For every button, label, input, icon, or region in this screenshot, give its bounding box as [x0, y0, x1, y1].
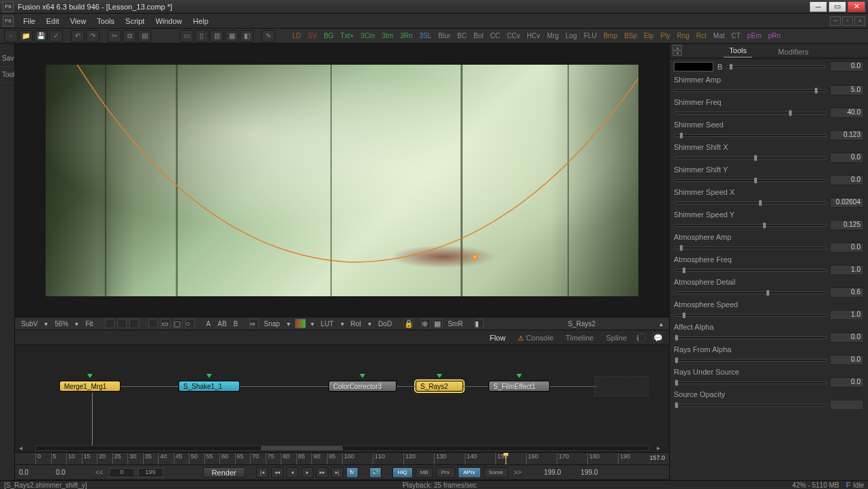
tool-tab-3sl[interactable]: 3SL	[416, 31, 434, 41]
playhead[interactable]	[506, 453, 506, 464]
prop-slider[interactable]	[674, 224, 827, 227]
tool-tab-ct[interactable]: CT	[728, 31, 743, 41]
menu-help[interactable]: Help	[187, 16, 214, 27]
open-icon[interactable]: 📁	[19, 30, 33, 42]
copy-icon[interactable]: ⧉	[123, 30, 136, 42]
tab-tools[interactable]: Tools	[724, 44, 752, 58]
brush-icon[interactable]: ✎	[262, 30, 275, 42]
prop-slider[interactable]	[674, 314, 827, 317]
audio-icon[interactable]: 🔊	[369, 467, 382, 478]
tab-flow[interactable]: Flow	[487, 332, 508, 343]
paste-icon[interactable]: ▤	[138, 30, 151, 42]
prop-value[interactable]: 0.0	[830, 175, 864, 185]
snap-button[interactable]: Snap	[262, 320, 281, 328]
some-button[interactable]: Some	[484, 467, 508, 478]
prop-value[interactable]: 0.0	[830, 377, 864, 388]
prop-slider[interactable]	[674, 179, 827, 182]
tool-tab-log[interactable]: Log	[563, 31, 580, 41]
tool-tab-elp[interactable]: Elp	[641, 31, 656, 41]
prop-value[interactable]: 0.123	[830, 130, 864, 140]
undo-icon[interactable]: ↶	[71, 30, 84, 42]
maximize-button[interactable]: ▭	[828, 1, 846, 12]
new-icon[interactable]: ▫	[4, 30, 18, 42]
collapse-icon[interactable]: ▴	[657, 320, 665, 328]
menu-tools[interactable]: Tools	[91, 16, 120, 27]
prop-slider[interactable]	[674, 89, 827, 92]
tool-tab-bsp[interactable]: BSp	[621, 31, 640, 41]
range-in-chevron[interactable]: <<	[93, 469, 106, 476]
go-end-icon[interactable]: ▸|	[331, 467, 343, 478]
tab-console[interactable]: Console	[515, 332, 556, 343]
play-icon[interactable]: ▸	[301, 467, 313, 478]
close-button[interactable]: ✕	[848, 1, 865, 12]
tool-tab-pem[interactable]: pEm	[745, 31, 764, 41]
flow-area[interactable]: Merge1_Mrg1S_Shake1_1ColorCorrector3S_Ra…	[15, 345, 669, 453]
color-red[interactable]	[295, 319, 306, 328]
viewer[interactable]	[15, 44, 669, 317]
prop-value[interactable]: 1.0	[830, 310, 864, 320]
tool-tab-flu[interactable]: FLU	[581, 31, 600, 41]
out-frame[interactable]: 199	[138, 468, 164, 477]
go-start-icon[interactable]: |◂	[256, 467, 268, 478]
tool-tab-mat[interactable]: Mat	[711, 31, 728, 41]
a-button[interactable]: A	[204, 320, 213, 328]
tool-tab-bg[interactable]: BG	[321, 31, 336, 41]
tool-tab-bmp[interactable]: Bmp	[601, 31, 621, 41]
step-back-icon[interactable]: ◂◂	[271, 467, 283, 478]
tool-tab-sv[interactable]: SV	[305, 31, 320, 41]
b-button[interactable]: B	[232, 320, 241, 328]
tool-tab-ccv[interactable]: CCv	[504, 31, 523, 41]
tool-tab-mrg[interactable]: Mrg	[544, 31, 561, 41]
checker-icon[interactable]	[129, 319, 139, 328]
layout-4-icon[interactable]: ▦	[225, 30, 238, 42]
range-out-chevron[interactable]: >>	[511, 469, 525, 476]
prop-slider[interactable]	[674, 134, 827, 137]
prop-slider[interactable]	[674, 157, 827, 159]
grid-icon[interactable]: ▦	[433, 319, 443, 328]
fit-button[interactable]: Fit	[83, 320, 95, 328]
prop-slider[interactable]	[674, 291, 827, 294]
tool-tab-txt+[interactable]: Txt+	[338, 31, 357, 41]
prop-slider[interactable]	[674, 381, 827, 384]
info-icon[interactable]: i	[636, 333, 646, 343]
child-restore-button[interactable]: ▫	[842, 16, 853, 26]
menu-edit[interactable]: Edit	[41, 16, 65, 27]
in-frame[interactable]: 0	[109, 468, 135, 477]
prx-button[interactable]: Prx	[436, 467, 455, 478]
sidebar-tab-tool[interactable]: Tool	[0, 67, 14, 83]
flow-node-merge1_mrg1[interactable]: Merge1_Mrg1	[59, 381, 121, 392]
save-icon[interactable]: 💾	[34, 30, 48, 42]
flow-scroll-right-icon[interactable]: ▸	[657, 444, 665, 452]
tool-tab-rct[interactable]: Rct	[694, 31, 709, 41]
play-back-icon[interactable]: ◂	[286, 467, 298, 478]
tool-tab-3rn[interactable]: 3Rn	[397, 31, 415, 41]
cut-icon[interactable]: ✂	[108, 30, 121, 42]
sidebar-tab-sav[interactable]: Sav	[0, 50, 14, 67]
flow-node-s_rays2[interactable]: S_Rays2	[416, 381, 463, 392]
tool-tab-bol[interactable]: Bol	[471, 31, 486, 41]
flow-node-colorcorrector3[interactable]: ColorCorrector3	[328, 381, 397, 392]
layout-2-icon[interactable]: ▯	[195, 30, 208, 42]
bars-icon[interactable]: ▮	[474, 319, 484, 328]
color-swatch[interactable]	[674, 62, 713, 72]
prop-slider[interactable]	[674, 247, 827, 249]
circle-icon[interactable]: ○	[185, 319, 195, 328]
lock-icon[interactable]: 🔒	[403, 319, 413, 328]
roi-button[interactable]: RoI	[349, 320, 364, 328]
tab-timeline[interactable]: Timeline	[563, 332, 596, 343]
tool-tab-prn[interactable]: pRn	[765, 31, 783, 41]
ab-button[interactable]: AB	[215, 320, 228, 328]
tool-tab-ld[interactable]: LD	[290, 31, 304, 41]
layout-5-icon[interactable]: ◧	[240, 30, 253, 42]
tool-tab-cc[interactable]: CC	[487, 31, 502, 41]
prop-value[interactable]: 5.0	[830, 85, 864, 95]
redo-icon[interactable]: ↷	[86, 30, 99, 42]
minimize-button[interactable]: ─	[809, 1, 827, 12]
prop-value[interactable]: 0.0	[830, 332, 864, 343]
subview-button[interactable]: SubV	[19, 320, 40, 328]
prop-slider[interactable]	[674, 269, 827, 272]
pad-icon[interactable]	[117, 319, 127, 328]
tab-spline[interactable]: Spline	[603, 332, 630, 343]
timeline-ruler[interactable]: 0510152025303540455055606570758085909510…	[15, 453, 669, 465]
prop-slider[interactable]	[674, 336, 827, 339]
